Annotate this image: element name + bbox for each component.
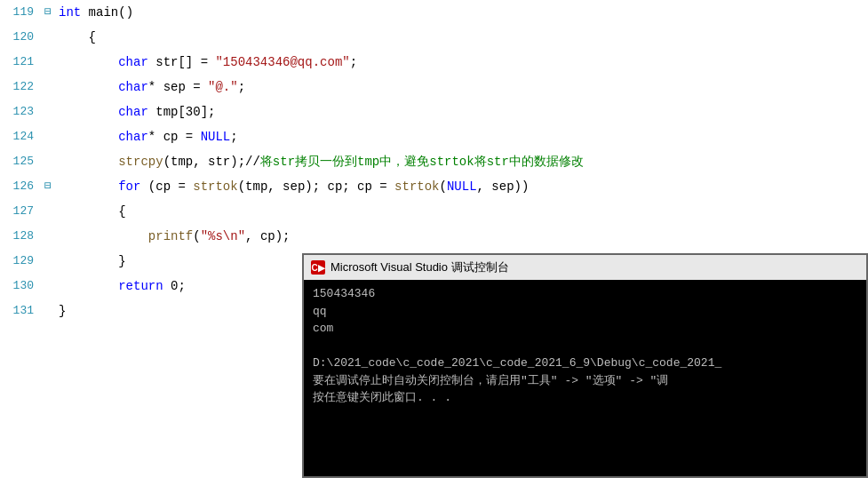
token-var: {: [89, 30, 96, 44]
line-number: 120: [4, 25, 41, 50]
code-line: 125 strcpy(tmp, str);//将str拷贝一份到tmp中，避免s…: [0, 149, 868, 174]
gutter-icon: ⊟: [41, 174, 55, 199]
editor-area: 119⊟int main()120 {121 char str[] = "150…: [0, 0, 868, 478]
console-output-line: com: [313, 320, 857, 338]
vs-icon: C▶: [311, 260, 325, 275]
token-null-kw: NULL: [447, 179, 477, 194]
token-var: (cp =: [140, 179, 193, 194]
token-fn: strtok: [193, 179, 237, 194]
token-kw: char: [118, 80, 148, 94]
code-content: int main(): [55, 0, 868, 25]
token-var: tmp[30];: [148, 105, 216, 119]
token-var: , cp);: [245, 229, 290, 243]
token-var: main(): [81, 5, 133, 20]
token-var: ;: [230, 130, 237, 144]
console-titlebar: C▶ Microsoft Visual Studio 调试控制台: [304, 255, 866, 280]
token-var: (: [193, 229, 200, 243]
code-line: 123 char tmp[30];: [0, 100, 868, 124]
console-output-line: 150434346: [313, 285, 857, 303]
token-var: ;: [238, 80, 245, 94]
token-comment: 将str拷贝一份到tmp中，避免strtok将str中的数据修改: [260, 155, 584, 169]
token-kw: return: [118, 279, 163, 293]
token-fn: strcpy: [118, 155, 163, 169]
token-kw: int: [59, 5, 81, 20]
console-output-line: D:\2021_code\c_code_2021\c_code_2021_6_9…: [313, 355, 857, 372]
code-content: {: [55, 199, 868, 224]
console-output-line: [313, 338, 857, 355]
token-var: ;: [350, 55, 357, 69]
code-line: 124 char* cp = NULL;: [0, 124, 868, 149]
token-str: "@.": [208, 80, 238, 94]
line-number: 125: [4, 149, 41, 174]
code-content: char tmp[30];: [55, 100, 868, 124]
code-content: for (cp = strtok(tmp, sep); cp; cp = str…: [55, 174, 868, 199]
code-content: printf("%s\n", cp);: [55, 224, 868, 249]
console-output-line: 按任意键关闭此窗口. . .: [313, 389, 857, 407]
code-line: 127 {: [0, 199, 868, 224]
code-content: {: [55, 25, 868, 50]
token-var: * cp =: [148, 130, 201, 144]
line-number: 126: [4, 174, 41, 199]
line-number: 129: [4, 249, 41, 274]
token-var: }: [59, 304, 66, 318]
console-output-line: qq: [313, 303, 857, 321]
token-var: str[] =: [148, 55, 216, 69]
line-number: 128: [4, 224, 41, 249]
code-content: char* cp = NULL;: [55, 124, 868, 149]
line-number: 123: [4, 100, 41, 124]
console-body[interactable]: 150434346qqcom D:\2021_code\c_code_2021\…: [304, 280, 866, 476]
token-kw: char: [118, 55, 148, 69]
console-window[interactable]: C▶ Microsoft Visual Studio 调试控制台 1504343…: [302, 253, 868, 478]
token-var: }: [118, 254, 125, 268]
line-number: 131: [4, 299, 41, 323]
token-var: (: [440, 179, 447, 194]
token-var: {: [118, 204, 125, 219]
console-title: Microsoft Visual Studio 调试控制台: [330, 259, 509, 275]
code-line: 120 {: [0, 25, 868, 50]
line-number: 122: [4, 75, 41, 100]
code-content: char str[] = "150434346@qq.com";: [55, 50, 868, 75]
code-line: 119⊟int main(): [0, 0, 868, 25]
token-var: * sep =: [148, 80, 208, 94]
line-number: 130: [4, 274, 41, 299]
code-content: strcpy(tmp, str);//将str拷贝一份到tmp中，避免strto…: [55, 149, 868, 174]
code-line: 128 printf("%s\n", cp);: [0, 224, 868, 249]
token-fn: strtok: [394, 179, 439, 194]
line-number: 119: [4, 0, 41, 25]
token-kw: char: [118, 130, 148, 144]
code-line: 121 char str[] = "150434346@qq.com";: [0, 50, 868, 75]
code-content: char* sep = "@.";: [55, 75, 868, 100]
line-number: 124: [4, 124, 41, 149]
token-str: "150434346@qq.com": [215, 55, 349, 69]
token-str: "%s\n": [201, 229, 245, 243]
token-var: , sep)): [477, 179, 530, 194]
line-number: 121: [4, 50, 41, 75]
token-kw: for: [118, 179, 140, 194]
token-kw: char: [118, 105, 148, 119]
gutter-icon: ⊟: [41, 0, 55, 25]
token-null-kw: NULL: [201, 130, 231, 144]
token-fn: printf: [148, 229, 193, 243]
code-line: 126⊟ for (cp = strtok(tmp, sep); cp; cp …: [0, 174, 868, 199]
code-line: 122 char* sep = "@.";: [0, 75, 868, 100]
token-var: 0;: [163, 279, 186, 293]
token-var: (tmp, str);//: [163, 155, 260, 169]
line-number: 127: [4, 199, 41, 224]
console-output-line: 要在调试停止时自动关闭控制台，请启用"工具" -> "选项" -> "调: [313, 372, 857, 390]
token-var: (tmp, sep); cp; cp =: [238, 179, 394, 194]
